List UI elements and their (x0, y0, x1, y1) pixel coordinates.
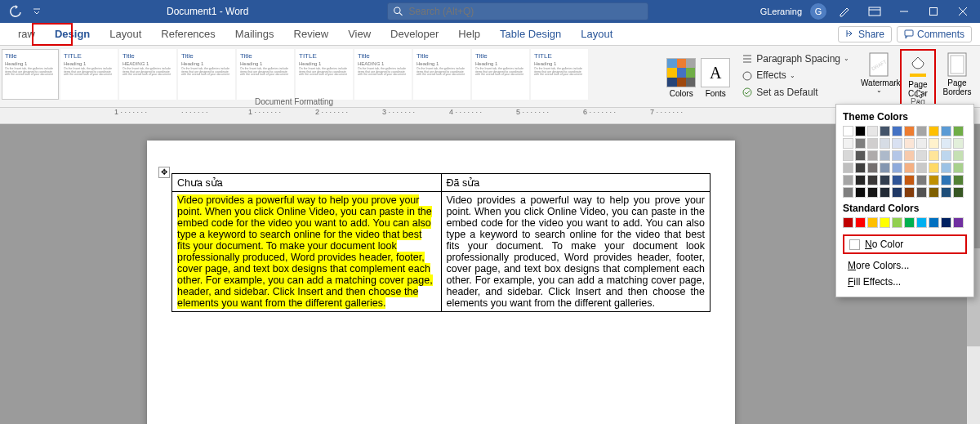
minimize-button[interactable] (890, 0, 918, 23)
color-swatch[interactable] (941, 138, 951, 149)
color-swatch[interactable] (941, 150, 951, 161)
color-swatch[interactable] (929, 175, 939, 185)
no-color-option[interactable]: No Color (843, 234, 967, 254)
color-swatch[interactable] (941, 187, 951, 198)
tab-view[interactable]: View (338, 25, 381, 43)
color-swatch[interactable] (904, 175, 915, 185)
maximize-button[interactable] (920, 0, 947, 23)
color-swatch[interactable] (855, 138, 866, 149)
tab-review[interactable]: Review (284, 25, 339, 43)
color-swatch[interactable] (892, 175, 902, 185)
more-colors-option[interactable]: More Colors... (843, 257, 967, 274)
color-swatch[interactable] (855, 217, 866, 228)
color-swatch[interactable] (855, 126, 866, 136)
color-swatch[interactable] (855, 175, 866, 185)
color-swatch[interactable] (929, 187, 939, 198)
style-thumb[interactable]: TitleHeading 1On the Insert tab, the gal… (237, 49, 294, 100)
document-area[interactable]: ✥ Chưa sửa Đã sửa Video provides a power… (0, 124, 980, 424)
color-swatch[interactable] (904, 138, 915, 149)
color-swatch[interactable] (929, 126, 939, 136)
color-swatch[interactable] (916, 175, 927, 185)
color-swatch[interactable] (867, 150, 878, 161)
color-swatch[interactable] (867, 126, 878, 136)
edit-mode-icon[interactable] (831, 0, 859, 23)
color-swatch[interactable] (855, 163, 866, 173)
tab-table-design[interactable]: Table Design (490, 25, 571, 43)
tab-mailings[interactable]: Mailings (225, 25, 284, 43)
color-swatch[interactable] (880, 150, 890, 161)
tab-layout[interactable]: Layout (571, 25, 622, 43)
close-button[interactable] (949, 0, 977, 23)
search-input[interactable] (409, 6, 644, 17)
table-cell-right[interactable]: Video provides a powerful way to help yo… (441, 192, 710, 312)
color-swatch[interactable] (953, 175, 964, 185)
color-swatch[interactable] (880, 175, 890, 185)
color-swatch[interactable] (941, 163, 951, 173)
style-thumb[interactable]: TitleHeading 1On the Insert tab, the gal… (178, 49, 235, 100)
color-swatch[interactable] (843, 150, 853, 161)
style-thumb[interactable]: TitleHeading 1On the Insert tab, the gal… (413, 49, 470, 100)
effects-button[interactable]: Effects ⌄ (742, 67, 849, 83)
autosave-toggle[interactable] (7, 2, 24, 20)
color-swatch[interactable] (929, 163, 939, 173)
color-swatch[interactable] (892, 138, 902, 149)
color-swatch[interactable] (953, 187, 964, 198)
color-swatch[interactable] (867, 138, 878, 149)
tab-layout[interactable]: Layout (100, 25, 151, 43)
color-swatch[interactable] (929, 217, 939, 228)
set-as-default-button[interactable]: Set as Default (742, 84, 849, 100)
style-thumb[interactable]: TitleHeading 1On the Insert tab, the gal… (472, 49, 529, 100)
color-swatch[interactable] (892, 163, 902, 173)
paragraph-spacing-button[interactable]: Paragraph Spacing ⌄ (742, 51, 849, 67)
color-swatch[interactable] (904, 217, 915, 228)
tab-references[interactable]: References (151, 25, 225, 43)
color-swatch[interactable] (892, 187, 902, 198)
color-swatch[interactable] (843, 175, 853, 185)
color-swatch[interactable] (880, 217, 890, 228)
tab-developer[interactable]: Developer (381, 25, 448, 43)
table-move-handle[interactable]: ✥ (158, 167, 170, 178)
color-swatch[interactable] (953, 138, 964, 149)
color-swatch[interactable] (941, 175, 951, 185)
color-swatch[interactable] (941, 126, 951, 136)
ribbon-display-icon[interactable] (861, 0, 889, 23)
color-swatch[interactable] (880, 163, 890, 173)
color-swatch[interactable] (843, 163, 853, 173)
color-swatch[interactable] (880, 126, 890, 136)
color-swatch[interactable] (867, 187, 878, 198)
color-swatch[interactable] (904, 187, 915, 198)
color-swatch[interactable] (843, 126, 853, 136)
style-thumb[interactable]: TitleHeading 1On the Insert tab, the gal… (2, 49, 59, 100)
comments-button[interactable]: Comments (897, 26, 972, 42)
color-swatch[interactable] (916, 126, 927, 136)
color-swatch[interactable] (843, 217, 853, 228)
user-avatar[interactable]: G (810, 3, 826, 20)
style-thumb[interactable]: TITLEHeading 1On the Insert tab, the gal… (531, 49, 588, 100)
fonts-button[interactable]: A Fonts (701, 58, 730, 98)
color-swatch[interactable] (904, 126, 915, 136)
color-swatch[interactable] (892, 126, 902, 136)
color-swatch[interactable] (929, 138, 939, 149)
color-swatch[interactable] (904, 163, 915, 173)
table-header-right[interactable]: Đã sửa (441, 174, 710, 192)
color-swatch[interactable] (880, 138, 890, 149)
color-swatch[interactable] (867, 163, 878, 173)
color-swatch[interactable] (916, 217, 927, 228)
style-thumb[interactable]: TITLEHeading 1On the Insert tab, the gal… (296, 49, 353, 100)
share-button[interactable]: Share (838, 26, 892, 42)
style-thumb[interactable]: TITLEHeading 1On the Insert tab, the gal… (60, 49, 118, 100)
color-swatch[interactable] (953, 163, 964, 173)
color-swatch[interactable] (892, 217, 902, 228)
document-formatting-gallery[interactable]: TitleHeading 1On the Insert tab, the gal… (0, 46, 662, 107)
color-swatch[interactable] (843, 187, 853, 198)
tab-design[interactable]: Design (45, 25, 100, 43)
table-header-left[interactable]: Chưa sửa (172, 174, 442, 192)
fill-effects-option[interactable]: Fill Effects... (843, 274, 967, 290)
color-swatch[interactable] (941, 217, 951, 228)
horizontal-ruler[interactable]: 1 · · · · · · · · · · · · · ·1 · · · · ·… (0, 108, 980, 124)
word-table[interactable]: Chưa sửa Đã sửa Video provides a powerfu… (172, 173, 710, 312)
color-swatch[interactable] (953, 126, 964, 136)
color-swatch[interactable] (953, 150, 964, 161)
tab-help[interactable]: Help (448, 25, 490, 43)
search-box[interactable] (387, 2, 648, 20)
